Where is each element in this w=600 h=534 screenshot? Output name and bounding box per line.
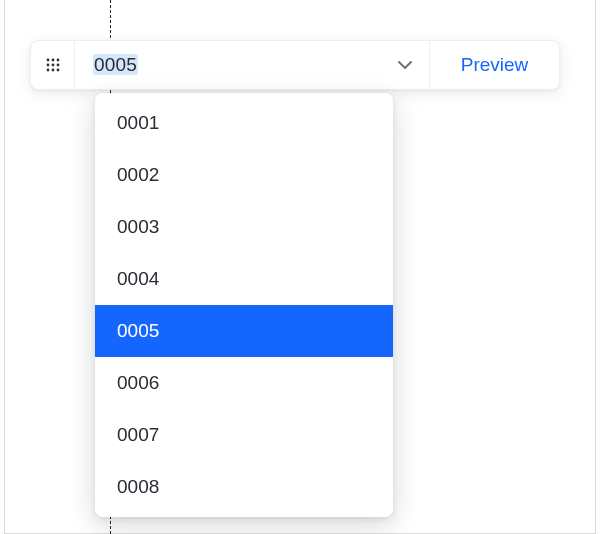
svg-point-6: [46, 69, 49, 72]
svg-point-7: [51, 69, 54, 72]
dropdown-item-label: 0006: [117, 372, 159, 394]
svg-point-3: [46, 64, 49, 67]
svg-point-4: [51, 64, 54, 67]
dropdown-item-label: 0005: [117, 320, 159, 342]
svg-point-2: [56, 59, 59, 62]
preview-button[interactable]: Preview: [429, 41, 559, 89]
svg-point-8: [56, 69, 59, 72]
dropdown-item-label: 0008: [117, 476, 159, 498]
chevron-down-icon: [395, 55, 415, 75]
dropdown-item-label: 0003: [117, 216, 159, 238]
serial-select[interactable]: 0005: [75, 41, 429, 89]
dropdown-item[interactable]: 0007: [95, 409, 393, 461]
dropdown-item[interactable]: 0004: [95, 253, 393, 305]
dropdown-item[interactable]: 0003: [95, 201, 393, 253]
dropdown-item-label: 0002: [117, 164, 159, 186]
serial-dropdown: 0001 0002 0003 0004 0005 0006 0007 0008: [95, 93, 393, 517]
dropdown-item-selected[interactable]: 0005: [95, 305, 393, 357]
svg-point-0: [46, 59, 49, 62]
serial-select-value: 0005: [93, 54, 395, 76]
drag-handle[interactable]: [31, 41, 75, 89]
dropdown-item-label: 0001: [117, 112, 159, 134]
preview-button-label: Preview: [461, 54, 529, 76]
svg-point-5: [56, 64, 59, 67]
dropdown-item[interactable]: 0008: [95, 461, 393, 513]
svg-point-1: [51, 59, 54, 62]
dropdown-item[interactable]: 0002: [95, 149, 393, 201]
dropdown-item-label: 0007: [117, 424, 159, 446]
dropdown-item[interactable]: 0006: [95, 357, 393, 409]
drag-handle-icon: [46, 58, 60, 72]
dropdown-item-label: 0004: [117, 268, 159, 290]
dynamic-text-control-bar: 0005 Preview: [30, 40, 560, 90]
dropdown-item[interactable]: 0001: [95, 97, 393, 149]
